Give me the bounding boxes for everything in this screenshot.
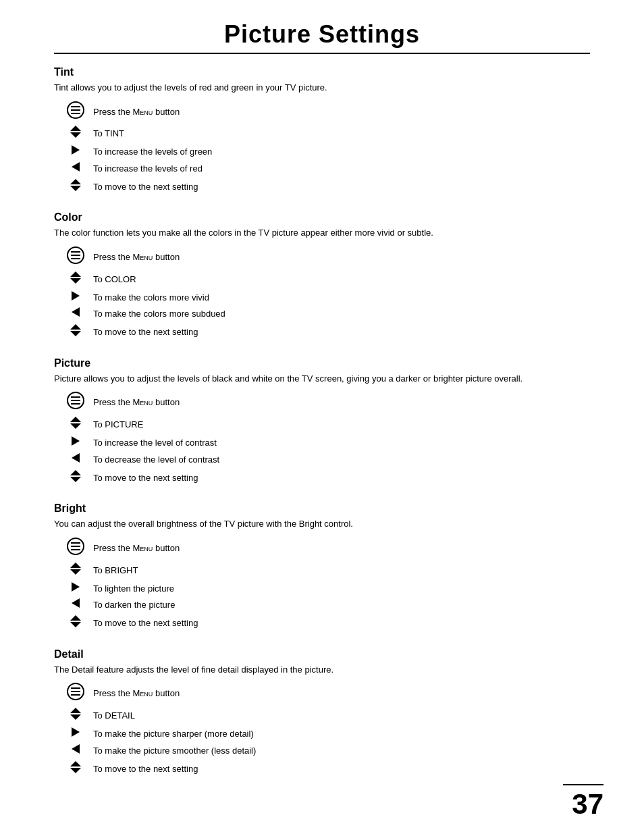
icon-cell-left [61,597,90,614]
section-desc-picture: Picture allows you to adjust the levels … [54,372,590,386]
section-title-color: Color [54,211,590,224]
icon-cell-updown [61,469,90,488]
updown-icon [68,620,83,630]
instruction-text: To increase the levels of green [90,144,597,161]
section-detail: DetailThe Detail feature adjusts the lev… [54,648,590,779]
instruction-row: To make the picture smoother (less detai… [61,743,597,760]
instruction-row: To make the colors more vivid [61,290,597,307]
instruction-text: To lighten the picture [90,581,597,598]
instruction-table-bright: Press the Menu buttonTo BRIGHTTo lighten… [61,536,597,633]
instruction-table-detail: Press the Menu buttonTo DETAILTo make th… [61,681,597,779]
instruction-text: Press the Menu button [90,681,597,706]
svg-marker-18 [70,324,81,330]
instruction-row: To darken the picture [61,597,597,614]
instruction-text: To move to the next setting [90,614,597,633]
svg-marker-25 [70,423,81,429]
svg-marker-46 [72,727,80,737]
instruction-row: To move to the next setting [61,323,597,342]
svg-marker-5 [70,132,81,138]
updown-icon [68,130,83,140]
icon-cell-updown [61,323,90,342]
updown-icon [68,184,83,194]
icon-cell-updown [61,561,90,581]
instruction-text: To increase the level of contrast [90,435,597,452]
left-arrow-icon [71,309,80,319]
right-arrow-icon [71,147,80,157]
updown-icon [68,567,83,577]
instruction-row: To DETAIL [61,706,597,726]
svg-marker-44 [70,708,81,713]
left-arrow-icon [71,455,80,465]
updown-icon [68,329,83,339]
svg-marker-24 [70,417,81,422]
page-number-container: 37 [563,784,603,820]
icon-cell-menu [61,390,90,415]
icon-cell-left [61,743,90,760]
svg-marker-38 [70,615,81,621]
instruction-table-color: Press the Menu buttonTo COLORTo make the… [61,245,597,342]
svg-marker-7 [72,162,80,172]
instruction-row: To move to the next setting [61,178,597,197]
instruction-text: To make the picture sharper (more detail… [90,726,597,743]
instruction-row: Press the Menu button [61,390,597,415]
instruction-text: Press the Menu button [90,100,597,125]
section-picture: PicturePicture allows you to adjust the … [54,357,590,488]
updown-icon [68,421,83,432]
left-arrow-icon [71,600,80,610]
icon-cell-right [61,581,90,598]
menu-icon [66,111,85,122]
updown-icon [68,475,83,485]
icon-cell-menu [61,536,90,561]
instruction-row: To decrease the level of contrast [61,452,597,469]
svg-marker-39 [70,622,81,627]
instruction-row: To BRIGHT [61,561,597,581]
icon-cell-updown [61,124,90,144]
left-arrow-icon [71,164,80,174]
icon-cell-left [61,161,90,178]
icon-cell-right [61,435,90,452]
instruction-row: To increase the level of contrast [61,435,597,452]
svg-marker-26 [72,436,80,446]
instruction-text: To move to the next setting [90,760,597,779]
icon-cell-updown [61,270,90,290]
left-arrow-icon [71,746,80,756]
instruction-row: To increase the levels of green [61,144,597,161]
instruction-row: To TINT [61,124,597,144]
svg-marker-4 [70,126,81,131]
svg-marker-19 [70,331,81,336]
section-desc-color: The color function lets you make all the… [54,226,590,240]
instruction-table-tint: Press the Menu buttonTo TINTTo increase … [61,100,597,197]
instruction-row: To COLOR [61,270,597,290]
icon-cell-updown [61,178,90,197]
instruction-text: To PICTURE [90,415,597,435]
icon-cell-menu [61,681,90,706]
right-arrow-icon [71,729,80,739]
menu-icon [66,257,85,267]
page: Picture Settings TintTint allows you to … [0,0,644,834]
instruction-text: To move to the next setting [90,178,597,197]
instruction-row: Press the Menu button [61,245,597,270]
section-desc-bright: You can adjust the overall brightness of… [54,517,590,531]
instruction-text: To darken the picture [90,597,597,614]
instruction-row: Press the Menu button [61,100,597,125]
right-arrow-icon [71,438,80,448]
instruction-text: To BRIGHT [90,561,597,581]
svg-marker-47 [72,744,80,754]
section-tint: TintTint allows you to adjust the levels… [54,66,590,197]
icon-cell-updown [61,706,90,726]
section-desc-tint: Tint allows you to adjust the levels of … [54,81,590,95]
instruction-text: To DETAIL [90,706,597,726]
svg-marker-8 [70,179,81,184]
instruction-text: To make the colors more vivid [90,290,597,307]
svg-marker-35 [70,569,81,575]
instruction-row: To lighten the picture [61,581,597,598]
instruction-text: To make the colors more subdued [90,306,597,323]
updown-icon [68,766,83,776]
right-arrow-icon [71,293,80,303]
section-title-picture: Picture [54,357,590,369]
icon-cell-updown [61,614,90,633]
page-title-container: Picture Settings [54,20,590,54]
page-title: Picture Settings [224,20,420,48]
icon-cell-menu [61,100,90,125]
svg-marker-17 [72,307,80,317]
